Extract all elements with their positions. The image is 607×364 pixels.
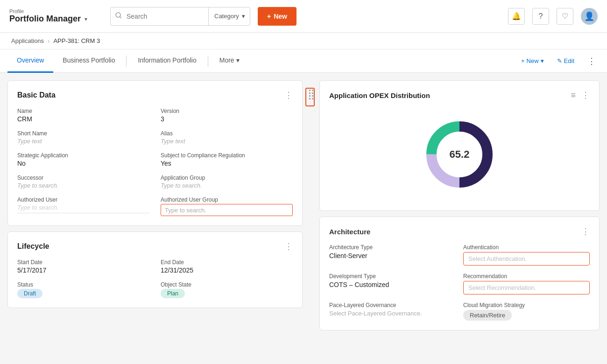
- short-name-field: Short Name Type text: [17, 130, 149, 145]
- breadcrumb-current-page: APP-381: CRM 3: [53, 37, 100, 44]
- auth-select-input[interactable]: [463, 252, 590, 266]
- panel-drag-handle[interactable]: [309, 90, 313, 99]
- pace-label: Pace-Layered Governance: [329, 302, 456, 308]
- tab-business-portfolio[interactable]: Business Portfolio: [53, 49, 124, 73]
- tab-overflow-menu-icon[interactable]: ⋮: [584, 54, 600, 68]
- short-name-placeholder[interactable]: Type text: [17, 138, 149, 145]
- search-category-chevron-icon: ▾: [242, 13, 245, 20]
- lifecycle-title: Lifecycle: [17, 242, 49, 251]
- status-badge-plan: Plan: [161, 289, 185, 298]
- tab-overview-label: Overview: [17, 56, 44, 64]
- auth-group-input[interactable]: Type to search.: [161, 204, 293, 216]
- lifecycle-fields: Start Date 5/17/2017 End Date 12/31/2025…: [17, 259, 293, 298]
- new-button-label: New: [274, 13, 287, 20]
- alias-field: Alias Type text: [161, 130, 293, 145]
- recommendation-select-input[interactable]: [463, 281, 590, 294]
- name-value: CRM: [17, 115, 149, 123]
- strategic-app-field: Strategic Application No: [17, 152, 149, 167]
- search-input[interactable]: [127, 13, 208, 20]
- alias-placeholder[interactable]: Type text: [161, 138, 293, 145]
- auth-user-label: Authorized User: [17, 196, 149, 203]
- auth-group-label: Authorized User Group: [161, 196, 293, 203]
- panel-drag-handle-area: [306, 80, 316, 355]
- auth-type-label: Authentication: [463, 244, 590, 251]
- drag-highlight-box: [305, 88, 315, 106]
- status-badge-draft: Draft: [17, 289, 42, 298]
- help-button[interactable]: ?: [532, 8, 549, 25]
- pace-placeholder[interactable]: Select Pace-Layered Governance.: [329, 310, 456, 317]
- tab-new-button[interactable]: + New ▾: [517, 56, 548, 66]
- version-label: Version: [161, 108, 293, 114]
- object-state-field: Object State Plan: [161, 281, 293, 298]
- architecture-fields: Architecture Type Client-Server Authenti…: [329, 244, 590, 321]
- tab-more[interactable]: More ▾: [210, 49, 249, 73]
- edit-pencil-icon: ✎: [557, 57, 562, 64]
- search-bar[interactable]: Category ▾: [110, 7, 250, 26]
- start-date-label: Start Date: [17, 259, 149, 266]
- basic-data-fields: Name CRM Version 3 Short Name Type text …: [17, 108, 293, 216]
- heart-icon: ♡: [562, 12, 568, 21]
- architecture-menu-icon[interactable]: ⋮: [581, 226, 590, 237]
- status-label: Status: [17, 281, 149, 288]
- recommendation-label: Recommendation: [463, 273, 590, 280]
- tab-more-chevron-icon: ▾: [236, 56, 240, 64]
- breadcrumb-separator: ›: [48, 37, 49, 44]
- brand-area[interactable]: Profile Portfolio Manager ▾: [9, 8, 103, 24]
- right-panel: Application OPEX Distribution ≡ ⋮: [316, 80, 600, 355]
- avatar-image: 👤: [584, 11, 594, 21]
- cloud-migration-field: Cloud Migration Strategy Retain/Retire: [463, 302, 590, 321]
- strategic-value: No: [17, 160, 149, 167]
- basic-data-menu-icon[interactable]: ⋮: [284, 90, 293, 100]
- auth-group-placeholder: Type to search.: [165, 207, 206, 214]
- app-group-placeholder[interactable]: Type to search.: [161, 182, 293, 189]
- top-navigation: Profile Portfolio Manager ▾ Category ▾ +…: [0, 0, 607, 33]
- recommendation-field: Recommendation: [463, 273, 590, 294]
- user-avatar[interactable]: 👤: [581, 8, 598, 25]
- favorites-button[interactable]: ♡: [557, 8, 573, 25]
- alias-label: Alias: [161, 130, 293, 137]
- dev-type-value: COTS – Customized: [329, 281, 456, 288]
- end-date-value: 12/31/2025: [161, 266, 293, 274]
- opex-title: Application OPEX Distribution: [329, 91, 430, 99]
- app-group-field: Application Group Type to search.: [161, 175, 293, 189]
- tab-edit-button[interactable]: ✎ Edit: [553, 56, 578, 66]
- new-button-plus-icon: +: [267, 13, 271, 20]
- brand-chevron-icon[interactable]: ▾: [85, 16, 87, 22]
- successor-placeholder[interactable]: Type to search.: [17, 182, 149, 189]
- cloud-label: Cloud Migration Strategy: [463, 302, 590, 308]
- start-date-value: 5/17/2017: [17, 266, 149, 274]
- auth-group-field: Authorized User Group Type to search.: [161, 196, 293, 216]
- basic-data-header: Basic Data: [17, 91, 56, 99]
- tab-new-plus-icon: +: [521, 57, 525, 64]
- search-category-selector[interactable]: Category ▾: [208, 7, 251, 25]
- compliance-label: Subject to Compliance Regulation: [161, 152, 293, 159]
- opex-card: Application OPEX Distribution ≡ ⋮: [319, 80, 600, 211]
- tab-overview[interactable]: Overview: [7, 49, 53, 73]
- nav-icon-group: 🔔 ? ♡ 👤: [508, 8, 598, 25]
- auth-user-placeholder[interactable]: Type to search.: [17, 204, 149, 213]
- compliance-value: Yes: [161, 160, 293, 167]
- left-panel: Basic Data ⋮ Name CRM Version 3 Short Na…: [7, 80, 306, 355]
- lifecycle-menu-icon[interactable]: ⋮: [284, 241, 293, 252]
- breadcrumb-parent-link[interactable]: Applications: [11, 37, 44, 44]
- opex-action-icons: ≡ ⋮: [571, 90, 590, 100]
- tab-information-portfolio[interactable]: Information Portfolio: [128, 49, 205, 73]
- tab-new-chevron-icon: ▾: [541, 57, 544, 64]
- new-button[interactable]: + New: [258, 7, 296, 26]
- dev-type-field: Development Type COTS – Customized: [329, 273, 456, 294]
- lifecycle-card: Lifecycle ⋮ Start Date 5/17/2017 End Dat…: [7, 231, 303, 308]
- bell-icon: 🔔: [512, 12, 521, 21]
- notifications-button[interactable]: 🔔: [508, 8, 525, 25]
- tab-actions: + New ▾ ✎ Edit ⋮: [517, 54, 600, 68]
- arch-type-label: Architecture Type: [329, 244, 456, 251]
- compliance-field: Subject to Compliance Regulation Yes: [161, 152, 293, 167]
- successor-label: Successor: [17, 175, 149, 181]
- brand-profile-label: Profile: [9, 8, 103, 14]
- tab-more-label: More: [219, 56, 234, 64]
- opex-menu-icon[interactable]: ⋮: [581, 90, 590, 100]
- tab-edit-label: Edit: [564, 57, 574, 64]
- help-icon: ?: [539, 12, 543, 21]
- strategic-label: Strategic Application: [17, 152, 149, 159]
- opex-filter-icon[interactable]: ≡: [571, 91, 576, 100]
- main-content: Basic Data ⋮ Name CRM Version 3 Short Na…: [0, 73, 607, 362]
